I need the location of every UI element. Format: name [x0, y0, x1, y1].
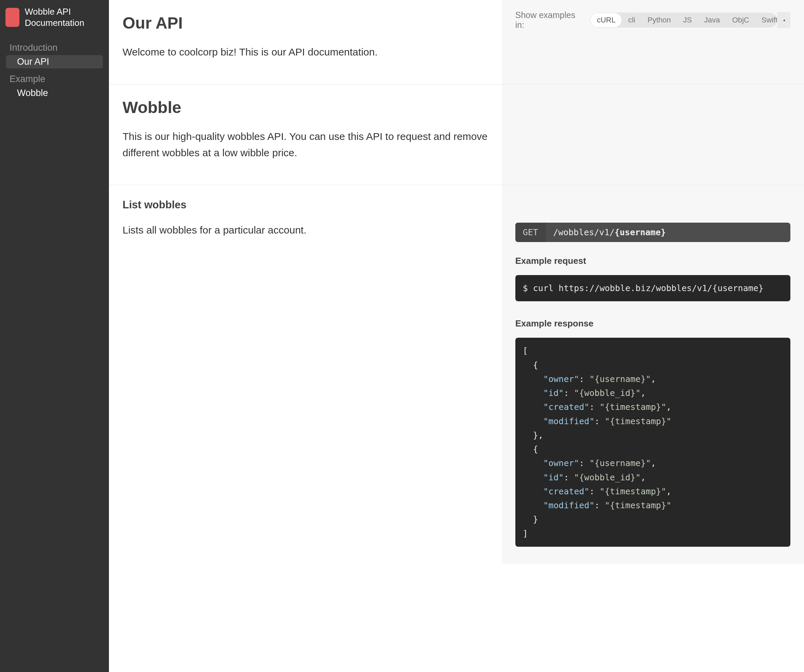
sidebar: Wobble API Documentation Introduction Ou… [0, 0, 109, 672]
example-request-heading: Example request [515, 256, 790, 266]
wobble-title: Wobble [123, 98, 488, 117]
wobble-body: This is our high-quality wobbles API. Yo… [123, 128, 488, 161]
our-api-title: Our API [123, 14, 488, 32]
list-title: List wobbles [123, 199, 488, 211]
nav-item-our-api[interactable]: Our API [6, 55, 103, 69]
section-our-api: Our API Welcome to coolcorp biz! This is… [109, 0, 804, 84]
our-api-doc: Our API Welcome to coolcorp biz! This is… [109, 0, 502, 84]
list-body: Lists all wobbles for a particular accou… [123, 222, 488, 238]
lang-pill-group: cURL cli Python JS Java ObjC Swift [590, 13, 777, 28]
our-api-body: Welcome to coolcorp biz! This is our API… [123, 44, 488, 60]
section-list-wobbles: List wobbles Lists all wobbles for a par… [109, 185, 804, 564]
endpoint-path-prefix: /wobbles/v1/ [553, 227, 615, 237]
example-response-code[interactable]: [ { "owner": "{username}", "id": "{wobbl… [515, 338, 790, 547]
lang-pill-swift[interactable]: Swift [755, 13, 777, 27]
main: Our API Welcome to coolcorp biz! This is… [109, 0, 804, 672]
wobble-panel [502, 84, 804, 185]
sidebar-title: Wobble API Documentation [25, 6, 103, 28]
nav-section-introduction[interactable]: Introduction [0, 42, 109, 54]
caret-left-icon: ◂ [783, 18, 785, 23]
logo-icon [5, 8, 20, 27]
section-wobble: Wobble This is our high-quality wobbles … [109, 84, 804, 185]
endpoint-path: /wobbles/v1/{username} [546, 222, 673, 242]
collapse-panel-button[interactable]: ◂ [777, 12, 790, 28]
lang-label: Show examples in: [515, 10, 585, 30]
wobble-doc: Wobble This is our high-quality wobbles … [109, 84, 502, 185]
our-api-panel: Show examples in: cURL cli Python JS Jav… [502, 0, 804, 84]
lang-pill-cli[interactable]: cli [622, 13, 641, 27]
nav-section-example[interactable]: Example [0, 73, 109, 85]
endpoint-path-param: {username} [615, 227, 666, 237]
example-response-heading: Example response [515, 318, 790, 329]
lang-pill-js[interactable]: JS [677, 13, 698, 27]
list-doc: List wobbles Lists all wobbles for a par… [109, 185, 502, 564]
lang-pill-objc[interactable]: ObjC [726, 13, 755, 27]
lang-pill-java[interactable]: Java [698, 13, 726, 27]
sidebar-header: Wobble API Documentation [0, 5, 109, 38]
nav-item-wobble[interactable]: Wobble [6, 87, 103, 100]
http-method: GET [515, 222, 546, 242]
endpoint-bar: GET /wobbles/v1/{username} [515, 222, 790, 242]
lang-pill-curl[interactable]: cURL [590, 13, 622, 28]
lang-switcher: Show examples in: cURL cli Python JS Jav… [515, 10, 790, 37]
lang-pill-python[interactable]: Python [641, 13, 677, 27]
list-panel: GET /wobbles/v1/{username} Example reque… [502, 185, 804, 564]
example-request-code[interactable]: $ curl https://wobble.biz/wobbles/v1/{us… [515, 275, 790, 301]
